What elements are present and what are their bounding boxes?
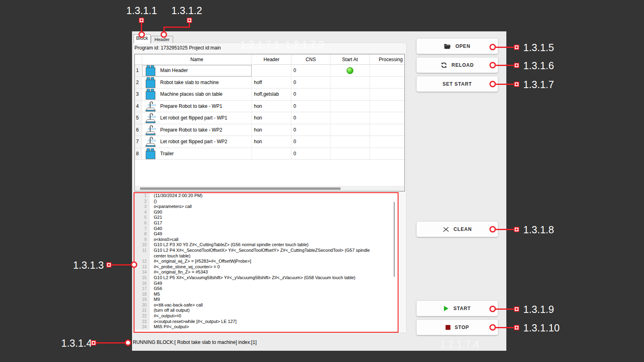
reload-button[interactable]: RELOAD (417, 58, 498, 73)
header-cell-processing: Processing (370, 54, 405, 65)
line-number: 19 (134, 297, 150, 302)
row-number: 2 (135, 77, 142, 89)
table-row[interactable]: 2 Robot take slab to machine hoff 0 (135, 77, 405, 89)
code-text: o<output-reset>while [#<_output> LE 127] (150, 319, 237, 325)
code-text: o<kins0>call (150, 237, 178, 243)
callout-label: 1.3.1.3 (72, 259, 104, 271)
block-header-value: hon (252, 112, 291, 124)
code-text: G10 L2 P4 X#<_SecondToolOffsetX> Y#<_Sec… (150, 248, 379, 259)
callout-anchor-circle (161, 31, 167, 38)
code-line: 11 G10 L2 P4 X#<_SecondToolOffsetX> Y#<_… (134, 248, 398, 259)
line-number: 23 (134, 319, 150, 325)
callout-connector (141, 23, 142, 32)
code-text: G49 (150, 281, 162, 286)
callout-anchor-circle (489, 62, 496, 68)
row-number: 8 (135, 148, 142, 160)
callout-anchor-circle (489, 324, 496, 331)
row-number: 6 (135, 124, 142, 136)
row-number: 5 (135, 112, 142, 124)
block-cns-value: 0 (291, 65, 330, 77)
line-number: 10 (134, 242, 150, 248)
block-name: Prepare Robot to take - WP2 (160, 127, 222, 133)
code-text: () (150, 199, 157, 204)
block-name: Main Header (160, 68, 188, 73)
code-panel[interactable]: 1 (11/30/2024 2:00:20 PM) 2 () 3 o<param… (134, 192, 398, 333)
block-processing-cell (370, 136, 405, 148)
table-row[interactable]: 6 Prepare Robot to take - WP2 hon 0 (135, 124, 405, 136)
code-line: 3 o<parameters> call (134, 204, 398, 210)
table-row[interactable]: 1 Main Header 0 (135, 65, 405, 77)
block-startat-cell (330, 112, 370, 124)
watermark-top: 1.2.1.7.1 1.2.1.7.2 (240, 39, 324, 51)
code-text: G49 (150, 231, 162, 237)
folder-icon (444, 44, 451, 49)
header-cell-name: Name (142, 54, 252, 65)
block-header-value: hon (252, 101, 291, 113)
line-number: 20 (134, 302, 150, 308)
block-processing-cell (370, 65, 405, 77)
start-button[interactable]: START (417, 301, 498, 316)
callout-label: 1.3.1.8 (523, 224, 554, 236)
block-cns-value: 0 (291, 101, 330, 113)
callout-connector (96, 342, 126, 343)
line-number: 2 (134, 199, 150, 204)
code-line: 21 (turn off all output) (134, 308, 398, 313)
callout-label: 1.3.1.5 (523, 42, 554, 53)
row-number: 1 (135, 65, 142, 77)
table-row[interactable]: 4 Prepare Robot to take - WP1 hon 0 (135, 101, 405, 113)
callout-square (91, 340, 96, 346)
clean-button[interactable]: CLEAN (417, 222, 498, 237)
block-name: Prepare Robot to take - WP1 (160, 103, 222, 109)
block-name: Robot take slab to machine (160, 80, 219, 85)
callout-label: 1.3.1.7 (523, 79, 554, 90)
code-text: o<parameters> call (150, 204, 192, 210)
horizontal-scrollbar-thumb[interactable] (140, 187, 341, 190)
block-processing-cell (370, 77, 405, 89)
callout-connector (496, 65, 514, 66)
vertical-scrollbar-thumb[interactable] (394, 202, 395, 277)
code-line: 12 #<_original_wj_Z> = [#5283+#<_OffsetW… (134, 259, 398, 264)
callout-label: 1.3.1.4 (61, 337, 89, 349)
line-number: 18 (134, 292, 150, 297)
line-number: 16 (134, 281, 150, 286)
code-text: (turn off all output) (150, 308, 190, 313)
callout-anchor-circle (125, 339, 131, 346)
table-row[interactable]: 3 Machine places slab on table hoff,gets… (135, 88, 405, 101)
table-row[interactable]: 5 Let robot get flipped part - WP1 hon 0 (135, 112, 405, 124)
line-number: 21 (134, 308, 150, 313)
code-text: o<tilt-vac-back-safe> call (150, 302, 203, 308)
block-cns-value: 0 (291, 88, 330, 101)
callout-square (514, 63, 519, 68)
callout-square (106, 262, 111, 267)
row-number: 7 (135, 136, 142, 148)
horizontal-scrollbar[interactable] (135, 186, 404, 191)
blocks-table[interactable]: Name Header CNS Start At Processing 1 Ma… (134, 54, 405, 191)
table-row[interactable]: 8 Trailer 0 (135, 148, 405, 160)
table-row[interactable]: 7 Let robot get flipped part - WP2 hon 0 (135, 136, 405, 148)
table-header-row: Name Header CNS Start At Processing (135, 54, 405, 65)
header-cell-cns: CNS (291, 54, 330, 65)
code-text: G56 (150, 286, 162, 292)
code-line: 20 o<tilt-vac-back-safe> call (134, 302, 398, 308)
open-button[interactable]: OPEN (417, 39, 498, 54)
code-text: G10 L2 P5 X#<_xVacuumg58shift> Y#<_yVacu… (150, 275, 355, 281)
block-icon (144, 148, 157, 159)
header-cell-header: Header (252, 54, 291, 65)
block-header-value: hon (252, 124, 291, 136)
header-cell-rownum (135, 54, 142, 65)
machine-icon (144, 136, 157, 147)
line-number: 9 (134, 237, 150, 243)
callout-connector (496, 47, 514, 48)
code-text: #<_probe_stone_wj_counter> = 0 (150, 264, 220, 270)
stop-button[interactable]: STOP (417, 320, 498, 335)
code-text: #<_original_wj_Z> = [#5283+#<_OffsetWjPr… (150, 259, 251, 264)
callout-connector (163, 27, 190, 28)
code-text: M9 (150, 297, 160, 302)
callout-anchor-circle (131, 261, 137, 268)
block-startat-cell (330, 124, 370, 136)
set-start-button[interactable]: SET START (417, 76, 498, 92)
line-number: 7 (134, 226, 150, 232)
block-startat-cell (330, 65, 370, 77)
callout-square (514, 45, 519, 50)
line-number: 24 (134, 324, 150, 330)
